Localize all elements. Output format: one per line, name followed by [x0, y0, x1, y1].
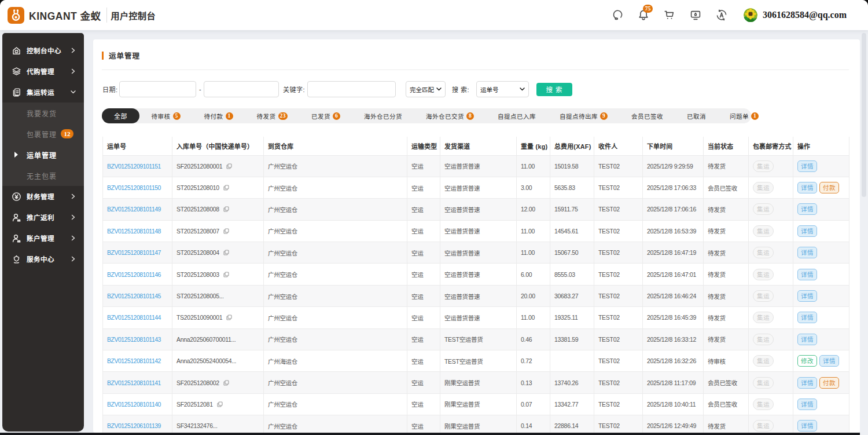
brand[interactable]: KINGANT 金蚁	[8, 7, 101, 24]
details-button[interactable]: 详情	[797, 312, 817, 323]
workbench-icon[interactable]	[689, 9, 702, 21]
page-title-block: 运单管理	[102, 50, 140, 61]
details-button[interactable]: 详情	[797, 225, 817, 237]
cell-transport: 空运	[407, 177, 440, 198]
details-button[interactable]: 详情	[819, 355, 839, 367]
waybill-link[interactable]: BZV01251208101149	[107, 206, 161, 213]
waybill-link[interactable]: BZV01251209101151	[107, 163, 161, 170]
sidebar-item-6[interactable]: 账户管理	[2, 228, 84, 248]
details-button[interactable]: 详情	[797, 203, 817, 215]
copy-icon[interactable]	[223, 250, 229, 255]
match-select[interactable]: 完全匹配	[406, 81, 446, 97]
user-avatar[interactable]	[744, 8, 757, 22]
cell-mail-method: 集运	[749, 264, 793, 285]
tab-已取消[interactable]: 已取消	[675, 108, 718, 123]
details-button[interactable]: 详情	[797, 160, 817, 172]
cell-transport: 空运	[407, 372, 440, 393]
translate-icon[interactable]	[715, 9, 728, 21]
copy-icon[interactable]	[223, 185, 229, 191]
tab-已发货[interactable]: 已发货6	[300, 108, 352, 123]
cell-receiver: TEST02	[594, 220, 643, 242]
waybill-link[interactable]: BZV01251208101145	[107, 293, 161, 299]
sidebar-subitem-我要发货[interactable]: 我要发货	[2, 103, 84, 123]
waybill-link[interactable]: BZV01251208101144	[107, 314, 161, 321]
waybill-link[interactable]: BZV01251208101146	[107, 271, 161, 278]
search-by-select[interactable]: 运单号	[476, 81, 529, 97]
title-accent-bar	[102, 52, 104, 60]
copy-icon[interactable]	[223, 380, 229, 386]
table-row: BZV01251209101151SF202512080001广州空运仓空运空运…	[103, 155, 849, 177]
waybill-link[interactable]: BZV01251208101150	[107, 184, 161, 191]
sidebar-item-4[interactable]: 财务管理	[2, 186, 84, 207]
copy-icon[interactable]	[217, 401, 223, 407]
copy-icon[interactable]	[226, 315, 232, 320]
tab-待审核[interactable]: 待审核5	[139, 108, 192, 123]
date-from-input[interactable]	[119, 81, 196, 97]
filter-bar: 日期: - 关键字: 完全匹配 搜 索: 运单号	[93, 81, 860, 97]
finance-icon	[12, 192, 21, 202]
cell-inbound-no: ST20251208010	[172, 177, 264, 198]
tab-自提点待出库[interactable]: 自提点待出库9	[548, 108, 620, 123]
waybill-link[interactable]: BZV01251208101142	[107, 357, 161, 364]
waybill-link[interactable]: BZV01251208101147	[107, 249, 161, 256]
sidebar-item-7[interactable]: 服务中心	[2, 248, 84, 269]
sidebar-item-1[interactable]: 控制台中心	[2, 40, 84, 61]
pay-button[interactable]: 付款	[819, 377, 839, 389]
tab-待发货[interactable]: 待发货23	[245, 108, 300, 123]
notifications-icon[interactable]: 75	[637, 9, 650, 21]
cell-fee: 8555.03	[550, 264, 594, 285]
cell-waybill-no: BZV01251208101141	[103, 372, 172, 393]
cell-status: 会员已签收	[704, 372, 749, 393]
copy-icon[interactable]	[223, 206, 229, 212]
copy-icon[interactable]	[223, 272, 229, 277]
details-button[interactable]: 详情	[797, 377, 817, 389]
sidebar-subitem-无主包裹[interactable]: 无主包裹	[2, 165, 84, 186]
search-button[interactable]: 搜 索	[536, 83, 572, 96]
details-button[interactable]: 详情	[797, 290, 817, 302]
customer-service-icon[interactable]	[611, 9, 624, 21]
home-icon	[12, 46, 21, 56]
cart-icon[interactable]	[663, 9, 676, 21]
cell-mail-method: 集运	[749, 285, 793, 306]
cell-mail-method: 集运	[749, 372, 793, 393]
keyword-wrap	[307, 81, 396, 97]
cell-channel: 空运普货普速	[440, 285, 517, 306]
tab-海外仓已分货[interactable]: 海外仓已分货	[352, 108, 414, 123]
tab-全部[interactable]: 全部	[102, 108, 139, 123]
sidebar-subitem-包裹管理[interactable]: 包裹管理12	[2, 123, 84, 144]
modify-button[interactable]: 修改	[797, 355, 817, 367]
waybill-link[interactable]: BZV01251208101140	[107, 401, 161, 408]
pay-button[interactable]: 付款	[819, 182, 839, 193]
page-scrollbar[interactable]	[860, 30, 868, 435]
sidebar-item-3[interactable]: 集运转运	[2, 82, 84, 103]
sidebar-subitem-运单管理[interactable]: 运单管理	[2, 144, 84, 165]
sidebar-item-2[interactable]: 代购管理	[2, 61, 84, 82]
details-button[interactable]: 详情	[797, 420, 817, 432]
waybill-link[interactable]: BZV01251208101148	[107, 228, 161, 235]
inbound-no-text: ST20251208007	[176, 228, 219, 235]
scrollbar-thumb[interactable]	[862, 33, 866, 197]
waybill-link[interactable]: BZV01251208101141	[107, 379, 161, 386]
details-button[interactable]: 详情	[797, 247, 817, 258]
cell-mail-method: 集运	[749, 199, 793, 220]
keyword-input[interactable]	[307, 81, 396, 97]
tab-问题单[interactable]: 问题单1	[718, 108, 771, 123]
details-button[interactable]: 详情	[797, 399, 817, 410]
waybill-link[interactable]: BZV01251208101143	[107, 336, 161, 343]
copy-icon[interactable]	[226, 163, 232, 169]
tab-自提点已入库[interactable]: 自提点已入库	[486, 108, 548, 123]
date-to-input[interactable]	[204, 81, 279, 97]
details-button[interactable]: 详情	[797, 269, 817, 280]
details-button[interactable]: 详情	[797, 182, 817, 193]
copy-icon[interactable]	[223, 228, 229, 234]
inbound-no-text: SF202512080001	[176, 163, 222, 170]
waybill-link[interactable]: BZV01251206101139	[107, 422, 161, 429]
tab-会员已签收[interactable]: 会员已签收	[620, 108, 675, 123]
column-header: 到货仓库	[264, 137, 407, 155]
cell-actions: 详情	[793, 242, 849, 264]
tab-海外仓已交货[interactable]: 海外仓已交货8	[414, 108, 486, 123]
sidebar-item-5[interactable]: 推广返利	[2, 207, 84, 228]
user-email[interactable]: 3061628584@qq.com	[763, 10, 847, 20]
details-button[interactable]: 详情	[797, 334, 817, 345]
tab-待付款[interactable]: 待付款1	[192, 108, 245, 123]
